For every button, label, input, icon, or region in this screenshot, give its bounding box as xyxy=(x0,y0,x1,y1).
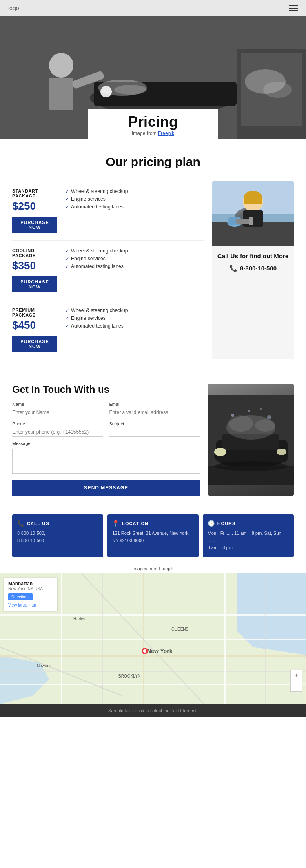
svg-point-37 xyxy=(231,414,234,417)
svg-point-4 xyxy=(49,53,73,78)
hamburger-line-2 xyxy=(289,8,298,9)
svg-point-9 xyxy=(114,85,147,95)
phone-icon: 📞 xyxy=(229,264,237,272)
info-card-location-header: 📍 LOCATION xyxy=(112,520,193,527)
location-header-label: LOCATION xyxy=(122,521,149,526)
map-location-name: Manhattan xyxy=(8,581,53,587)
svg-point-33 xyxy=(277,449,286,455)
pricing-section: Our pricing plan STANDART PACKAGE $250 P… xyxy=(0,139,306,372)
svg-point-40 xyxy=(260,408,262,410)
svg-rect-50 xyxy=(61,574,62,704)
info-card-hours: 🕐 HOURS Mon - Fri ..... 11 am – 8 pm, Sa… xyxy=(203,514,294,557)
package-features-1: Wheel & steering checkup Engine services… xyxy=(57,188,204,212)
map-background: New York Harlem QUEENS BROOKLYN Newark M… xyxy=(0,574,306,704)
info-card-call-header: 📞 CALL US xyxy=(17,520,98,527)
svg-rect-48 xyxy=(0,671,306,672)
freepik-link[interactable]: Freepik xyxy=(158,131,174,136)
package-price-1: $250 xyxy=(12,200,57,213)
location-content: 121 Rock Sreet, 21 Avenue, New York, NY … xyxy=(112,530,193,544)
svg-rect-45 xyxy=(0,627,306,627)
name-input[interactable] xyxy=(12,408,103,417)
package-name-3: PREMIUM PACKAGE xyxy=(12,308,57,317)
contact-section: Get In Touch With us Name Email Phone Su… xyxy=(0,372,306,508)
feature-2-3: Automated testing lanes xyxy=(65,264,204,269)
form-group-phone: Phone xyxy=(12,421,103,437)
map-directions-button[interactable]: Directions xyxy=(8,593,33,600)
map-large-link[interactable]: View large map xyxy=(8,603,53,607)
phone-input[interactable] xyxy=(12,427,103,437)
map-zoom-controls: + − xyxy=(290,670,302,692)
hours-icon: 🕐 xyxy=(208,520,215,527)
svg-rect-26 xyxy=(249,217,253,225)
call-content: 8-800-10-500, 8-800-10-500 xyxy=(17,530,98,544)
map-zoom-out[interactable]: − xyxy=(291,681,302,691)
pricing-title: Our pricing plan xyxy=(12,155,294,169)
package-price-3: $450 xyxy=(12,319,57,332)
call-card-image xyxy=(212,181,294,246)
pricing-grid: STANDART PACKAGE $250 PURCHASE NOW Wheel… xyxy=(12,181,294,359)
purchase-btn-3[interactable]: PurchASE Now xyxy=(12,336,57,352)
svg-point-39 xyxy=(267,415,271,419)
hamburger-menu[interactable] xyxy=(289,5,298,11)
svg-rect-5 xyxy=(49,78,73,110)
call-card-text: Call Us for find out More xyxy=(216,252,290,260)
feature-2-1: Wheel & steering checkup xyxy=(65,248,204,254)
subject-input[interactable] xyxy=(109,427,200,437)
svg-text:Harlem: Harlem xyxy=(73,617,86,621)
purchase-btn-2[interactable]: PURCHASE NOW xyxy=(12,276,57,292)
contact-svg xyxy=(208,395,294,485)
location-icon: 📍 xyxy=(112,520,120,527)
package-row-2: COOLING PACKAGE $350 PURCHASE NOW Wheel … xyxy=(12,240,204,300)
email-label: Email xyxy=(109,402,200,407)
feature-3-3: Automated testing lanes xyxy=(65,323,204,329)
call-card-phone-number: 8-800-10-500 xyxy=(240,265,277,272)
hours-content: Mon - Fri ..... 11 am – 8 pm, Sat, Sun .… xyxy=(208,530,289,551)
footer-bar: Sample text. Click to select the Text El… xyxy=(0,704,306,717)
feature-2-2: Engine services xyxy=(65,256,204,261)
svg-rect-51 xyxy=(102,574,103,704)
footer-text: Sample text. Click to select the Text El… xyxy=(108,708,198,713)
purchase-btn-1[interactable]: PURCHASE NOW xyxy=(12,217,57,233)
package-name-2: COOLING PACKAGE xyxy=(12,248,57,258)
package-left-2: COOLING PACKAGE $350 PURCHASE NOW xyxy=(12,248,57,292)
map-location-sub: New York, NY USA xyxy=(8,587,53,591)
map-section: New York Harlem QUEENS BROOKLYN Newark M… xyxy=(0,574,306,704)
call-card-svg xyxy=(212,181,294,246)
call-card-phone: 📞 8-800-10-500 xyxy=(216,264,290,272)
feature-3-1: Wheel & steering checkup xyxy=(65,308,204,313)
svg-text:Newark: Newark xyxy=(37,664,51,668)
hero-title: Pricing xyxy=(104,113,202,131)
svg-text:QUEENS: QUEENS xyxy=(171,627,189,631)
phone-label: Phone xyxy=(12,421,103,426)
message-textarea[interactable] xyxy=(12,449,200,474)
svg-text:New York: New York xyxy=(147,648,173,654)
svg-rect-49 xyxy=(0,684,306,685)
send-message-button[interactable]: SEND MESSAGE xyxy=(12,480,200,496)
call-icon: 📞 xyxy=(17,520,24,527)
contact-form-side: Get In Touch With us Name Email Phone Su… xyxy=(12,384,200,496)
package-left-1: STANDART PACKAGE $250 PURCHASE NOW xyxy=(12,188,57,233)
svg-rect-46 xyxy=(0,639,306,640)
feature-1-2: Engine services xyxy=(65,196,204,202)
email-input[interactable] xyxy=(109,408,200,417)
freepik-note: Images from Freepik xyxy=(0,564,306,574)
svg-point-35 xyxy=(228,415,253,432)
map-zoom-in[interactable]: + xyxy=(291,670,302,681)
hamburger-line-3 xyxy=(289,10,298,11)
info-card-hours-header: 🕐 HOURS xyxy=(208,520,289,527)
page-header: logo xyxy=(0,0,306,16)
info-card-call: 📞 CALL US 8-800-10-500, 8-800-10-500 xyxy=(12,514,103,557)
subject-label: Subject xyxy=(109,421,200,426)
svg-text:BROOKLYN: BROOKLYN xyxy=(118,674,141,678)
hero-section: Pricing Image from Freepik xyxy=(0,16,306,139)
package-features-2: Wheel & steering checkup Engine services… xyxy=(57,248,204,271)
info-card-location: 📍 LOCATION 121 Rock Sreet, 21 Avenue, Ne… xyxy=(107,514,198,557)
form-row-phone-subject: Phone Subject xyxy=(12,421,200,437)
package-name-1: STANDART PACKAGE xyxy=(12,188,57,198)
form-row-name-email: Name Email xyxy=(12,402,200,417)
call-card-body: Call Us for find out More 📞 8-800-10-500 xyxy=(212,246,294,278)
name-label: Name xyxy=(12,402,103,407)
hero-subtitle: Image from Freepik xyxy=(104,131,202,136)
svg-rect-53 xyxy=(184,574,184,704)
contact-image xyxy=(208,384,294,496)
